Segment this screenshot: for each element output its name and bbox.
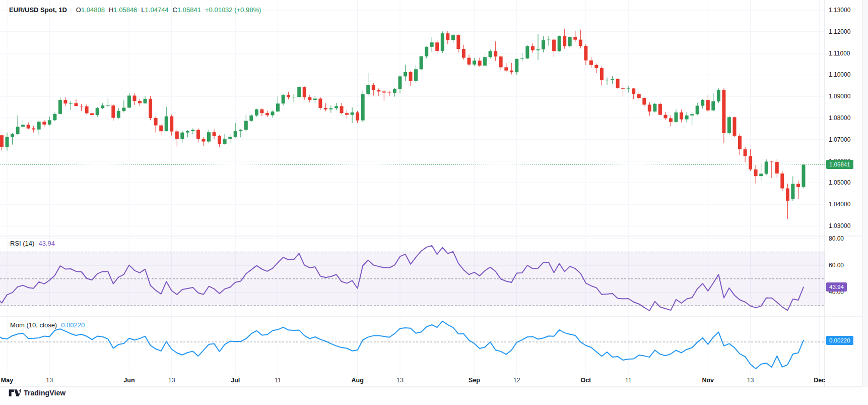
price-tick-label: 1.05000 bbox=[829, 179, 850, 186]
price-tick-label: 1.13000 bbox=[829, 7, 850, 14]
mom-indicator-value: 0.00220 bbox=[61, 321, 85, 329]
price-tick-label: 1.10000 bbox=[829, 71, 850, 78]
price-tick-label: 1.09000 bbox=[829, 93, 850, 100]
time-tick-label: Nov bbox=[702, 377, 714, 384]
high-value: 1.05846 bbox=[113, 6, 137, 14]
time-tick-label: 13 bbox=[46, 377, 53, 384]
time-tick-label: 12 bbox=[513, 377, 520, 384]
price-tick-label: 1.04000 bbox=[829, 201, 850, 208]
time-tick-label: May bbox=[1, 377, 13, 384]
mom-indicator-title: Mom (10, close) bbox=[10, 321, 57, 329]
price-tick-label: 1.12000 bbox=[829, 28, 850, 35]
time-axis[interactable]: May13Jun13Jul11Aug13Sep12Oct11Nov13Dec bbox=[0, 375, 825, 385]
price-tick-label: 1.03000 bbox=[829, 222, 850, 229]
open-label: O bbox=[76, 6, 81, 14]
tradingview-attribution[interactable]: TradingView bbox=[9, 389, 65, 397]
close-label: C bbox=[173, 6, 177, 14]
change-value: +0.01032 (+0.98%) bbox=[205, 6, 261, 14]
last-price-label: 1.05841 bbox=[826, 160, 853, 169]
tradingview-chart-widget: EUR/USD Spot, 1DO1.04808H1.05846L1.04744… bbox=[0, 0, 868, 405]
time-tick-label: 13 bbox=[747, 377, 754, 384]
tradingview-logo-icon bbox=[9, 389, 21, 397]
mom-value-label: 0.00220 bbox=[826, 336, 853, 345]
low-label: L bbox=[141, 6, 145, 14]
time-tick-label: Aug bbox=[351, 377, 363, 384]
time-tick-label: Dec bbox=[814, 377, 825, 384]
time-tick-label: 13 bbox=[396, 377, 404, 384]
time-tick-label: Sep bbox=[469, 377, 480, 384]
chart-canvas[interactable] bbox=[0, 0, 868, 405]
rsi-tick-label: 80.00 bbox=[829, 235, 844, 242]
rsi-indicator-title: RSI (14) bbox=[10, 240, 34, 247]
open-value: 1.04808 bbox=[81, 6, 105, 14]
time-tick-label: 11 bbox=[625, 377, 632, 384]
close-value: 1.05841 bbox=[177, 6, 201, 14]
symbol-title: EUR/USD Spot, 1D bbox=[9, 6, 67, 14]
price-tick-label: 1.11000 bbox=[829, 50, 850, 57]
rsi-value-label: 43.94 bbox=[826, 282, 847, 292]
rsi-legend: RSI (14)43.94 bbox=[10, 240, 55, 247]
symbol-legend: EUR/USD Spot, 1DO1.04808H1.05846L1.04744… bbox=[9, 6, 261, 14]
price-tick-label: 1.07000 bbox=[829, 136, 850, 143]
high-label: H bbox=[109, 6, 113, 14]
time-tick-label: Jun bbox=[123, 377, 135, 384]
rsi-tick-label: 60.00 bbox=[829, 262, 844, 269]
time-tick-label: Jul bbox=[231, 377, 240, 384]
right-gutter bbox=[862, 0, 868, 387]
tradingview-attribution-text: TradingView bbox=[24, 389, 65, 397]
time-tick-label: 13 bbox=[168, 377, 175, 384]
price-tick-label: 1.08000 bbox=[829, 114, 850, 122]
rsi-indicator-value: 43.94 bbox=[38, 240, 55, 247]
time-tick-label: 11 bbox=[275, 377, 281, 384]
mom-legend: Mom (10, close)0.00220 bbox=[10, 321, 85, 329]
low-value: 1.04744 bbox=[145, 6, 169, 14]
time-tick-label: Oct bbox=[580, 377, 591, 384]
